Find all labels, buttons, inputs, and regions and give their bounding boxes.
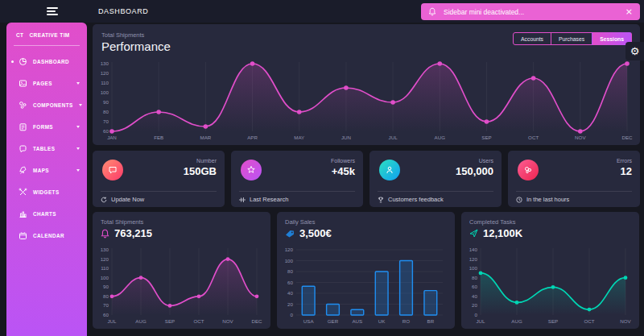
puzzle-icon (19, 144, 27, 153)
sidebar-item-dashboard[interactable]: DASHBOARD (6, 51, 87, 73)
image-icon (19, 79, 27, 88)
svg-text:60: 60 (472, 284, 477, 289)
svg-text:SEP: SEP (165, 318, 175, 324)
refresh-icon (101, 197, 107, 203)
chevron-down-icon (76, 126, 80, 128)
sidebar-item-pages[interactable]: PAGES (6, 73, 87, 94)
calendar-icon (19, 231, 27, 240)
settings-gear-button[interactable]: ⚙ (625, 42, 644, 60)
svg-text:OCT: OCT (193, 318, 204, 324)
svg-text:RO: RO (402, 318, 410, 324)
svg-text:JUL: JUL (107, 318, 117, 324)
svg-text:UK: UK (378, 318, 386, 324)
stat-card-followers: Followers +45k Last Research (231, 151, 363, 207)
stat-footer: Customers feedback (378, 196, 444, 203)
sidebar-item-forms[interactable]: FORMS (6, 116, 87, 138)
svg-text:60: 60 (103, 128, 109, 134)
send-icon (469, 229, 478, 238)
svg-text:90: 90 (103, 284, 109, 289)
accounts-button[interactable]: Accounts (513, 32, 551, 45)
clock-icon (516, 197, 522, 203)
chevron-down-icon (76, 82, 80, 85)
svg-text:20: 20 (287, 301, 293, 307)
settings-icon (19, 188, 27, 197)
svg-text:100: 100 (101, 275, 109, 280)
stat-card-users: Users 150,000 Customers feedback (369, 151, 502, 207)
svg-text:40: 40 (472, 293, 477, 299)
svg-text:NOV: NOV (575, 135, 586, 140)
close-icon[interactable]: × (625, 7, 633, 16)
performance-chart: 60708090100110120130JANFEBMARAPRMAYJUNJU… (96, 58, 635, 142)
chevron-down-icon (76, 147, 80, 150)
toast-notification[interactable]: Sidebar mini deactivated... × (421, 3, 640, 20)
sound-wave-icon (239, 197, 246, 203)
shipments-chart: 60708090100110120130JULAUGSEPOCTNOVDEC (96, 244, 265, 326)
svg-text:40: 40 (287, 290, 293, 296)
svg-text:0: 0 (475, 312, 478, 317)
svg-text:130: 130 (101, 60, 109, 66)
svg-text:60: 60 (287, 280, 293, 285)
bell-icon (428, 7, 436, 16)
svg-text:70: 70 (103, 118, 109, 124)
star-icon (241, 160, 262, 180)
brand-logo: CT (16, 32, 23, 38)
svg-text:NOV: NOV (222, 318, 233, 324)
svg-text:80: 80 (103, 109, 109, 114)
svg-text:GER: GER (328, 318, 339, 324)
svg-text:AUS: AUS (352, 318, 362, 324)
svg-text:USA: USA (303, 318, 315, 324)
svg-text:90: 90 (103, 99, 109, 105)
svg-text:60: 60 (103, 312, 109, 317)
svg-text:NOV: NOV (620, 318, 631, 324)
stat-footer: Update Now (101, 196, 144, 203)
svg-text:AUG: AUG (135, 318, 147, 324)
svg-text:140: 140 (469, 247, 478, 252)
chat-icon (102, 160, 123, 180)
card-subtitle: Total Shipments (101, 31, 144, 39)
delivery-icon (285, 229, 295, 238)
svg-text:110: 110 (101, 80, 109, 85)
svg-text:110: 110 (101, 265, 109, 271)
stat-footer: In the last hours (516, 196, 569, 203)
bell-icon (101, 229, 109, 239)
svg-text:AUG: AUG (435, 135, 446, 140)
sidebar-divider (14, 45, 80, 46)
svg-text:JUL: JUL (476, 318, 485, 324)
svg-text:JUL: JUL (389, 135, 398, 140)
completed-tasks-card: Completed Tasks 12,100K 0204060801001201… (461, 212, 639, 329)
pin-icon (19, 166, 27, 175)
sidebar-item-maps[interactable]: MAPS (6, 160, 87, 181)
svg-text:FEB: FEB (154, 135, 163, 140)
svg-text:MAY: MAY (294, 135, 304, 140)
tasks-chart: 020406080100120140JULAUGSEPOCTNOV (464, 244, 634, 326)
sidebar-item-calendar[interactable]: CALENDAR (6, 225, 87, 247)
sidebar-item-charts[interactable]: CHARTS (6, 203, 87, 225)
sidebar-item-widgets[interactable]: WIDGETS (6, 181, 87, 203)
svg-text:120: 120 (101, 70, 109, 76)
svg-text:OCT: OCT (584, 318, 594, 324)
svg-text:JUN: JUN (341, 135, 351, 140)
page-title: DASHBOARD (98, 7, 148, 15)
svg-text:80: 80 (103, 293, 109, 299)
sidebar-brand[interactable]: CT CREATIVE TIM (6, 23, 87, 45)
molecule-icon (518, 160, 539, 180)
svg-text:100: 100 (101, 89, 109, 95)
purchases-button[interactable]: Purchases (551, 32, 592, 45)
trophy-icon (378, 197, 384, 203)
svg-text:80: 80 (472, 275, 477, 280)
sidebar-item-tables[interactable]: TABLES (6, 138, 87, 160)
brand-name: CREATIVE TIM (29, 32, 69, 38)
svg-text:SEP: SEP (548, 318, 558, 324)
sidebar-toggle-icon[interactable] (47, 7, 58, 15)
svg-text:SEP: SEP (481, 135, 491, 140)
sidebar-item-components[interactable]: COMPONENTS (6, 94, 87, 116)
chevron-down-icon (79, 104, 82, 106)
svg-text:AUG: AUG (511, 318, 522, 324)
stat-card-errors: Errors 12 In the last hours (508, 151, 640, 207)
svg-text:130: 130 (101, 247, 109, 252)
svg-text:APR: APR (247, 135, 258, 140)
sales-chart: 020406080100120USAGERAUSUKROBR (280, 244, 449, 326)
svg-text:0: 0 (291, 312, 294, 317)
gear-icon: ⚙ (630, 46, 640, 56)
svg-text:120: 120 (285, 247, 294, 252)
